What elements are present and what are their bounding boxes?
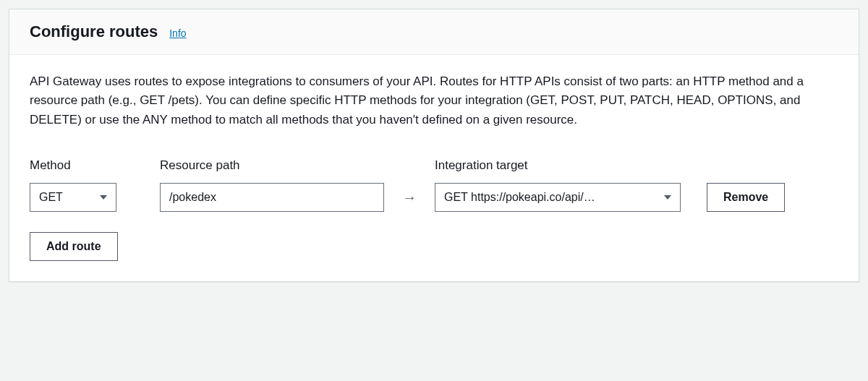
panel-title: Configure routes — [30, 22, 158, 41]
caret-down-icon — [100, 194, 107, 200]
resource-path-field-group: Resource path — [160, 158, 384, 212]
panel-description: API Gateway uses routes to expose integr… — [30, 72, 833, 129]
route-row: Method GET Resource path → Integration t… — [30, 158, 838, 212]
panel-header: Configure routes Info — [9, 9, 859, 55]
integration-target-field-group: Integration target GET https://pokeapi.c… — [435, 158, 681, 212]
method-label: Method — [30, 158, 116, 173]
integration-target-select[interactable]: GET https://pokeapi.co/api/… — [435, 183, 681, 212]
arrow-icon: → — [384, 183, 435, 212]
remove-button[interactable]: Remove — [707, 183, 785, 212]
panel-body: API Gateway uses routes to expose integr… — [9, 55, 859, 281]
resource-path-label: Resource path — [160, 158, 384, 173]
method-select-value: GET — [39, 191, 63, 204]
method-field-group: Method GET — [30, 158, 116, 212]
caret-down-icon — [664, 194, 671, 200]
integration-target-label: Integration target — [435, 158, 681, 173]
resource-path-input[interactable] — [160, 183, 384, 212]
method-select[interactable]: GET — [30, 183, 116, 212]
configure-routes-panel: Configure routes Info API Gateway uses r… — [9, 9, 859, 282]
integration-target-value: GET https://pokeapi.co/api/… — [444, 191, 657, 204]
add-route-button[interactable]: Add route — [30, 232, 118, 261]
info-link[interactable]: Info — [169, 27, 186, 39]
